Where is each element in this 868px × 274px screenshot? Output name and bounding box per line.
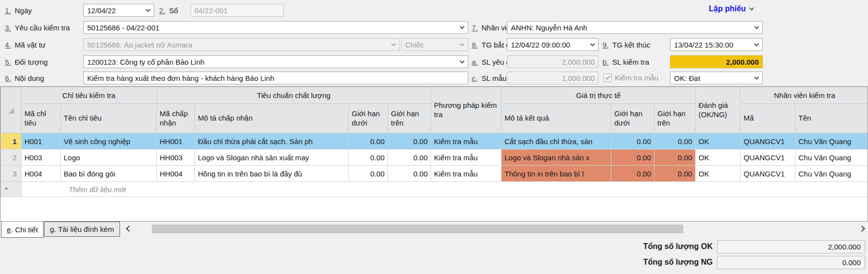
cell-mo-ta-chap-nhan[interactable]: Logo và Slogan nhà sản xuất may: [195, 149, 349, 166]
ket-qua-mau-input[interactable]: OK: Đạt: [670, 72, 763, 84]
doi-tuong-label: 5.Đối tượng: [5, 55, 48, 68]
cell-phuong-phap[interactable]: Kiểm tra mẫu: [431, 133, 502, 149]
cell-ma-chap-nhan[interactable]: HH004: [157, 166, 195, 182]
cell-gioi-han-duoi[interactable]: 0.00: [349, 149, 388, 166]
chevron-down-icon[interactable]: [460, 24, 465, 29]
cell-mo-ta-ket-qua[interactable]: Cắt sạch đầu chỉ thừa, sản: [502, 133, 611, 149]
tg-ket-thuc-input[interactable]: 13/04/22 15:30:00: [670, 38, 763, 51]
group-header-chi-tieu-kiem-tra[interactable]: Chỉ tiêu kiểm tra: [22, 87, 157, 104]
cell-ten-nv[interactable]: Chu Văn Quang: [796, 133, 868, 149]
group-header-tieu-chuan-chat-luong[interactable]: Tiêu chuẩn chất lượng: [157, 87, 431, 104]
row-header[interactable]: 1: [1, 133, 22, 149]
cell-gioi-han-tren[interactable]: 0.00: [388, 166, 431, 182]
tg-bat-dau-input[interactable]: 12/04/22 09:00:00: [507, 38, 599, 51]
col-header-danh-gia[interactable]: Đánh giá (OK/NG): [696, 87, 741, 133]
sl-yeu-cau-input: 2,000.000: [507, 55, 599, 68]
chevron-down-icon[interactable]: [754, 75, 759, 79]
scroll-left-icon[interactable]: [126, 225, 132, 232]
ma-vat-tu-label: 4.Mã vật tư: [5, 38, 46, 51]
cell-ma-chap-nhan[interactable]: HH001: [157, 133, 195, 149]
col-header-gioi-han-duoi-2[interactable]: Giới hạn dưới: [611, 104, 654, 133]
cell-gioi-han-tren[interactable]: 0.00: [388, 149, 431, 166]
group-header-nhan-vien-kiem-tra[interactable]: Nhân viên kiểm tra: [741, 87, 868, 104]
lap-phieu-button[interactable]: Lập phiếu: [709, 4, 754, 13]
cell-gioi-han-tren-2[interactable]: 0.00: [654, 133, 696, 149]
col-header-ten-chi-tieu[interactable]: Tên chỉ tiêu: [61, 104, 157, 133]
row-header[interactable]: 2: [1, 149, 22, 166]
scrollbar-thumb[interactable]: [152, 224, 683, 233]
cell-ten-nv[interactable]: Chu Văn Quang: [796, 149, 868, 166]
table-row: 3 H004 Bao bì đóng gói HH004 Hông tin in…: [1, 166, 868, 182]
cell-ten-chi-tieu[interactable]: Logo: [61, 149, 157, 166]
cell-gioi-han-tren[interactable]: 0.00: [388, 133, 431, 149]
col-header-gioi-han-duoi[interactable]: Giới hạn dưới: [349, 104, 388, 133]
cell-ma-chi-tieu[interactable]: H001: [22, 133, 61, 149]
cell-ma-chi-tieu[interactable]: H004: [22, 166, 61, 182]
sl-kiem-tra-label: b.SL kiểm tra: [603, 55, 649, 68]
cell-gioi-han-duoi[interactable]: 0.00: [349, 166, 388, 182]
tab-chi-tiet[interactable]: e. Chi tiết: [1, 222, 44, 238]
col-header-mo-ta-ket-qua[interactable]: Mô tả kết quả: [502, 104, 611, 133]
cell-danh-gia[interactable]: OK: [696, 133, 741, 149]
so-label: 2.Số: [159, 4, 178, 17]
tong-so-luong-ok-label: Tổng số lượng OK: [556, 242, 713, 251]
col-header-ten-nhan-vien[interactable]: Tên: [796, 104, 868, 133]
ngay-input[interactable]: 12/04/22: [83, 4, 154, 17]
cell-ma-nv[interactable]: QUANGCV1: [741, 166, 796, 182]
yeu-cau-kiem-tra-input[interactable]: 50125686 - 04/22-001: [83, 21, 468, 34]
group-header-gia-tri-thuc-te[interactable]: Giá trị thực tế: [502, 87, 696, 104]
cell-ten-nv[interactable]: Chu Văn Quang: [796, 166, 868, 182]
cell-ma-chap-nhan[interactable]: HH003: [157, 149, 195, 166]
sl-mau-yeu-cau-input: 1,000.000: [507, 72, 599, 84]
cell-ma-chi-tieu[interactable]: H003: [22, 149, 61, 166]
new-row-header[interactable]: *: [1, 182, 22, 197]
chevron-down-icon[interactable]: [754, 24, 759, 29]
cell-danh-gia[interactable]: OK: [696, 149, 741, 166]
col-header-ma-nhan-vien[interactable]: Mã: [741, 104, 796, 133]
scroll-right-icon[interactable]: [859, 225, 865, 232]
col-header-phuong-phap-kiem-tra[interactable]: Phương pháp kiểm tra: [431, 87, 502, 133]
select-all-icon[interactable]: [8, 108, 14, 114]
cell-gioi-han-duoi-2[interactable]: 0.00: [611, 133, 654, 149]
chevron-down-icon[interactable]: [146, 7, 151, 12]
cell-ma-nv[interactable]: QUANGCV1: [741, 149, 796, 166]
cell-phuong-phap[interactable]: Kiểm tra mẫu: [431, 149, 502, 166]
col-header-mo-ta-chap-nhan[interactable]: Mô tả chấp nhận: [195, 104, 349, 133]
cell-mo-ta-chap-nhan[interactable]: Đầu chỉ thừa phải cắt sạch. Sản ph: [195, 133, 349, 149]
cell-mo-ta-ket-qua[interactable]: Logo và Slogan nhà sản x: [502, 149, 611, 166]
table-row: 2 H003 Logo HH003 Logo và Slogan nhà sản…: [1, 149, 868, 166]
new-row: * Thêm dữ liệu mới: [1, 182, 868, 197]
col-header-gioi-han-tren[interactable]: Giới hạn trên: [388, 104, 431, 133]
horizontal-scrollbar[interactable]: [124, 224, 867, 234]
sl-kiem-tra-input[interactable]: 2,000.000: [670, 55, 763, 68]
noi-dung-input[interactable]: Kiểm tra hàng xuất theo đơn hàng - khách…: [83, 72, 468, 84]
cell-ten-chi-tieu[interactable]: Bao bì đóng gói: [61, 166, 157, 182]
noi-dung-label: 6.Nội dung: [5, 72, 44, 84]
new-row-hint[interactable]: Thêm dữ liệu mới: [22, 182, 868, 197]
select-all-corner[interactable]: [1, 87, 22, 133]
chevron-down-icon[interactable]: [590, 41, 595, 46]
cell-gioi-han-duoi-2[interactable]: 0.00: [611, 149, 654, 166]
col-header-ma-chi-tieu[interactable]: Mã chỉ tiêu: [22, 104, 61, 133]
nhan-vien-input[interactable]: ANHN: Nguyễn Hà Anh: [507, 21, 763, 34]
chevron-down-icon[interactable]: [749, 5, 754, 10]
chevron-down-icon: [391, 41, 396, 46]
tong-so-luong-ng-value: 0.000: [717, 256, 865, 269]
cell-gioi-han-duoi[interactable]: 0.00: [349, 133, 388, 149]
tab-tai-lieu-dinh-kem[interactable]: g. Tài liệu đính kèm: [44, 222, 120, 237]
cell-mo-ta-chap-nhan[interactable]: Hông tin in trên bao bì là đầy đủ: [195, 166, 349, 182]
cell-gioi-han-tren-2[interactable]: 0.00: [654, 166, 696, 182]
cell-mo-ta-ket-qua[interactable]: Thông tin in trên bao bì l: [502, 166, 611, 182]
col-header-gioi-han-tren-2[interactable]: Giới hạn trên: [654, 104, 696, 133]
chevron-down-icon[interactable]: [754, 41, 759, 46]
cell-phuong-phap[interactable]: Kiểm tra mẫu: [431, 166, 502, 182]
cell-ma-nv[interactable]: QUANGCV1: [741, 133, 796, 149]
cell-ten-chi-tieu[interactable]: Vệ sinh công nghiệp: [61, 133, 157, 149]
col-header-ma-chap-nhan[interactable]: Mã chấp nhận: [157, 104, 195, 133]
row-header[interactable]: 3: [1, 166, 22, 182]
doi-tuong-input[interactable]: 1200123: Công ty cổ phần Bảo Linh: [83, 55, 468, 68]
cell-gioi-han-duoi-2[interactable]: 0.00: [611, 166, 654, 182]
cell-gioi-han-tren-2[interactable]: 0.00: [654, 149, 696, 166]
chevron-down-icon[interactable]: [460, 58, 465, 63]
cell-danh-gia[interactable]: OK: [696, 166, 741, 182]
